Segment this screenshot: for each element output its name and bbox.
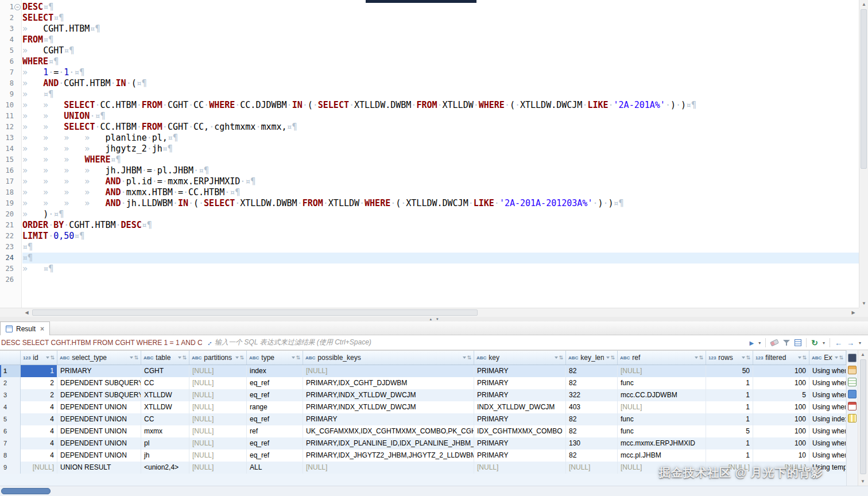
column-filter-sort-icon[interactable]: ⇅ <box>463 355 471 361</box>
grid-cell[interactable]: 5 <box>753 389 809 401</box>
arrow-right-icon[interactable]: → <box>847 339 854 347</box>
grid-row[interactable]: 22DEPENDENT SUBQUERYCC[NULL]eq_refPRIMAR… <box>0 377 846 389</box>
grid-cell[interactable]: XTLLDW <box>141 401 189 413</box>
panel-calendar-icon[interactable] <box>848 402 857 410</box>
grid-cell[interactable]: INDX_XTLLDW_DWCJM <box>474 401 566 413</box>
grid-cell[interactable]: [NULL] <box>706 462 753 474</box>
grid-cell[interactable]: [NULL] <box>303 365 474 377</box>
grid-row[interactable]: 11PRIMARYCGHT[NULL]index[NULL]PRIMARY82[… <box>0 365 846 377</box>
column-filter-sort-icon[interactable]: ⇅ <box>292 355 300 361</box>
panel-record-icon[interactable] <box>848 366 857 374</box>
grid-cell[interactable]: func <box>618 377 706 389</box>
column-header-filtered[interactable]: 123filtered⇅ <box>753 351 809 365</box>
grid-cell[interactable]: 100 <box>753 401 809 413</box>
code-line[interactable]: DESC¤¶ <box>22 2 859 13</box>
grid-cell[interactable]: mcc.pl.JHBM <box>618 450 706 462</box>
grid-cell[interactable]: 100 <box>753 377 809 389</box>
code-line[interactable]: » » » » jh.JHBM·=·pl.JHBM·¤¶ <box>22 165 859 176</box>
grid-cell[interactable]: [NULL] <box>189 401 247 413</box>
grid-cell[interactable]: 4 <box>21 401 57 413</box>
grid-cell[interactable]: range <box>247 401 303 413</box>
sash-down-icon[interactable]: ▾ <box>436 317 439 321</box>
grid-cell[interactable]: 100 <box>753 425 809 437</box>
grid-cell[interactable]: 5 <box>706 425 753 437</box>
column-filter-sort-icon[interactable]: ⇅ <box>835 355 843 361</box>
grid-cell[interactable]: DEPENDENT SUBQUERY <box>57 377 141 389</box>
scroll-right-icon[interactable]: ▶ <box>849 308 858 317</box>
panel-maximize-icon[interactable] <box>848 354 857 362</box>
scroll-up-icon[interactable]: ▲ <box>859 0 868 9</box>
grid-cell[interactable]: Using temporary <box>809 462 846 474</box>
grid-cell[interactable]: 1 <box>21 365 57 377</box>
scroll-left-icon[interactable]: ◀ <box>22 308 31 317</box>
pane-sash[interactable]: ▴ ▾ <box>0 317 868 321</box>
grid-cell[interactable]: XTLLDW <box>141 389 189 401</box>
grid-vscroll-thumb[interactable] <box>860 359 866 474</box>
code-line[interactable]: » ¤¶ <box>22 264 859 274</box>
code-line[interactable]: » » » » jhgytz_2·jh¤¶ <box>22 144 859 154</box>
editor-vertical-scrollbar[interactable]: ▲ ▼ <box>859 0 868 308</box>
column-filter-sort-icon[interactable]: ⇅ <box>46 355 55 361</box>
grid-cell[interactable]: UNION RESULT <box>57 462 141 474</box>
grid-row[interactable]: 54DEPENDENT UNIONCC[NULL]eq_refPRIMARYPR… <box>0 413 846 425</box>
code-line[interactable]: » » SELECT·CC.HTBM·FROM·CGHT·CC·WHERE·CC… <box>22 100 859 111</box>
grid-cell[interactable]: 82 <box>566 413 618 425</box>
grid-cell[interactable]: PRIMARY <box>474 450 566 462</box>
grid-cell[interactable]: PRIMARY,IDX_CGHT_DJDWBM <box>303 377 474 389</box>
grid-cell[interactable]: PRIMARY <box>303 413 474 425</box>
grid-cell[interactable]: 1 <box>706 413 753 425</box>
grid-cell[interactable]: Using where <box>809 389 846 401</box>
grid-cell[interactable]: [NULL] <box>189 413 247 425</box>
grid-cell[interactable]: 322 <box>566 389 618 401</box>
code-line[interactable]: » » » » AND·jh.LLDWBM·IN·(·SELECT·XTLLDW… <box>22 198 859 209</box>
grid-row[interactable]: 44DEPENDENT UNIONXTLLDW[NULL]rangePRIMAR… <box>0 401 846 413</box>
grid-cell[interactable]: ref <box>247 425 303 437</box>
grid-cell[interactable]: pl <box>141 437 189 450</box>
row-number[interactable]: 3 <box>0 389 21 401</box>
code-line[interactable]: » » UNION·¤¶ <box>22 111 859 122</box>
code-line[interactable]: » CGHT.HTBM¤¶ <box>22 24 859 34</box>
column-filter-sort-icon[interactable]: ⇅ <box>798 355 807 361</box>
grid-cell[interactable]: PRIMARY,IDX_JHGYTZ2_JHBM,JHGYTZ_2_LLDWBM… <box>303 450 474 462</box>
grid-horizontal-scrollbar[interactable] <box>0 486 868 496</box>
grid-row[interactable]: 32DEPENDENT SUBQUERYXTLLDW[NULL]eq_refPR… <box>0 389 846 401</box>
grid-cell[interactable]: func <box>618 413 706 425</box>
column-filter-sort-icon[interactable]: ⇅ <box>178 355 187 361</box>
grid-cell[interactable]: PRIMARY,IDX_PLANLINE_ID,IDX_PLANLINE_JHB… <box>303 437 474 450</box>
grid-cell[interactable]: 82 <box>566 377 618 389</box>
code-line[interactable]: » )·¤¶ <box>22 209 859 220</box>
column-header-possible_keys[interactable]: ABCpossible_keys⇅ <box>303 351 474 365</box>
chevron-down-icon[interactable]: ▾ <box>823 340 825 346</box>
grid-cell[interactable]: [NULL] <box>189 437 247 450</box>
grid-cell[interactable]: jh <box>141 450 189 462</box>
grid-cell[interactable]: <union2,4> <box>141 462 189 474</box>
grid-cell[interactable]: 403 <box>566 401 618 413</box>
expand-icon[interactable]: ↔ <box>204 337 214 347</box>
column-header-rows[interactable]: 123rows⇅ <box>706 351 753 365</box>
code-line[interactable]: » » SELECT·CC.HTBM·FROM·CGHT·CC,·cghtmxm… <box>22 122 859 133</box>
row-number[interactable]: 4 <box>0 401 21 413</box>
sash-up-icon[interactable]: ▴ <box>429 317 432 321</box>
column-header-key[interactable]: ABCkey⇅ <box>474 351 566 365</box>
grid-cell[interactable]: 1 <box>706 389 753 401</box>
grid-cell[interactable]: [NULL] <box>566 462 618 474</box>
grid-cell[interactable]: PRIMARY <box>474 437 566 450</box>
row-number[interactable]: 6 <box>0 425 21 437</box>
filter-input-placeholder[interactable]: 输入一个 SQL 表达式来过滤结果 (使用 Ctrl+Space) <box>215 338 371 347</box>
grid-cell[interactable]: index <box>247 365 303 377</box>
grid-row[interactable]: 64DEPENDENT UNIONmxmx[NULL]refUK_CGFAMXM… <box>0 425 846 437</box>
grid-cell[interactable]: mcc.mxmx.ERPJHMXID <box>618 437 706 450</box>
grid-cell[interactable]: Using where <box>809 377 846 389</box>
grid-cell[interactable]: DEPENDENT SUBQUERY <box>57 389 141 401</box>
panels-icon[interactable] <box>795 339 801 346</box>
sql-editor[interactable]: 1−23456789101112131415161718192021222324… <box>0 0 868 308</box>
grid-cell[interactable]: 1 <box>706 401 753 413</box>
grid-cell[interactable]: Using where <box>809 425 846 437</box>
grid-cell[interactable]: IDX_CGHTMXMX_COMBO <box>474 425 566 437</box>
column-filter-sort-icon[interactable]: ⇅ <box>742 355 750 361</box>
column-filter-sort-icon[interactable]: ⇅ <box>555 355 563 361</box>
grid-cell[interactable]: 50 <box>706 365 753 377</box>
grid-cell[interactable]: Using where <box>809 401 846 413</box>
column-filter-sort-icon[interactable]: ⇅ <box>695 355 703 361</box>
close-icon[interactable]: × <box>40 325 44 333</box>
